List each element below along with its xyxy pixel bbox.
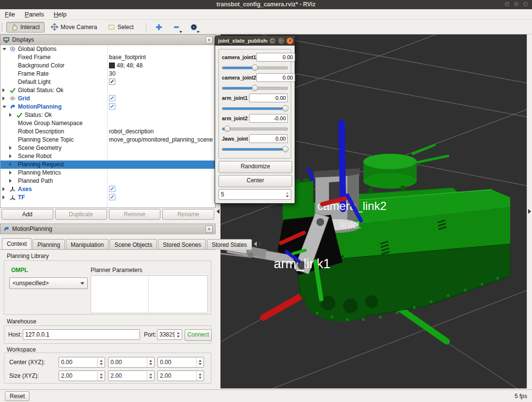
tab-stored-scenes[interactable]: Stored Scenes [158,239,206,250]
tree-row-status-ok[interactable]: Status: Ok [0,111,215,119]
tree-row-global-options[interactable]: Global Options [0,45,215,53]
expander-closed-icon[interactable] [9,179,12,183]
workspace-spinbox[interactable]: 0.00 [108,357,155,368]
checkbox-checked[interactable]: ✓ [109,186,115,192]
tree-row-value[interactable]: ✓ [109,186,115,192]
host-input[interactable] [23,329,140,340]
tree-row-fixed-frame[interactable]: Fixed Framebase_footprint [0,53,215,62]
remove-tool-button[interactable] [170,21,183,33]
tree-row-planned-path[interactable]: Planned Path [0,177,215,185]
joint-value-input[interactable] [256,73,295,82]
joint-slider-track[interactable] [222,125,288,132]
expander-closed-icon[interactable] [9,154,12,158]
tab-stored-states[interactable]: Stored States [207,239,252,250]
joint-slider-track[interactable] [222,64,288,71]
close-button[interactable]: × [522,1,529,8]
spin-arrows[interactable] [147,371,154,381]
tree-row-global-status-ok[interactable]: Global Status: Ok [0,86,215,95]
displays-close-button[interactable]: × [205,36,213,44]
workspace-spinbox[interactable]: 2.00 [157,370,204,381]
motionplanning-panel-header[interactable]: MotionPlanning × [0,224,216,234]
tree-row-move-group-namespace[interactable]: Move Group Namespace [0,119,215,128]
tree-row-frame-rate[interactable]: Frame Rate30 [0,70,215,78]
expander-closed-icon[interactable] [9,113,12,117]
jsp-minimize-button[interactable]: – [269,37,276,45]
tree-row-value[interactable]: ✓ [109,95,115,101]
tree-row-value[interactable]: 30 [109,70,115,77]
joint-slider-track[interactable] [222,145,288,152]
planner-combobox[interactable]: <unspecified> [9,277,88,289]
port-spin-arrows[interactable] [174,330,182,339]
slider-handle[interactable] [282,105,288,112]
spin-arrows[interactable] [147,357,154,367]
tree-row-value[interactable]: ✓ [109,194,115,200]
reset-button[interactable]: Reset [5,391,30,401]
tab-manipulation[interactable]: Manipulation [66,239,109,250]
connect-button[interactable]: Connect [185,329,212,341]
tab-planning[interactable]: Planning [32,239,65,250]
tab-context[interactable]: Context [2,238,31,250]
tree-row-scene-robot[interactable]: Scene Robot [0,152,215,161]
tab-scroll-right-icon[interactable] [258,240,264,248]
joint-slider-track[interactable] [222,105,288,112]
expander-closed-icon[interactable] [9,162,12,166]
spin-arrows[interactable] [97,371,105,381]
checkbox-checked[interactable]: ✓ [109,194,115,200]
tree-row-axes[interactable]: Axes✓ [0,185,215,193]
randomize-button[interactable]: Randomize [219,161,292,173]
joint-state-publisher-window[interactable]: joint_state_publisher_gui – □ × camera_j… [215,35,295,204]
tree-row-planning-metrics[interactable]: Planning Metrics [0,169,215,177]
expander-closed-icon[interactable] [9,146,12,150]
expander-open-icon[interactable] [2,48,6,50]
slider-handle[interactable] [224,126,230,132]
right-panel-strip[interactable] [527,34,532,388]
joint-slider-track[interactable] [222,84,288,91]
displays-panel-header[interactable]: Displays × [0,34,216,45]
expander-closed-icon[interactable] [2,195,5,199]
tree-row-scene-geometry[interactable]: Scene Geometry [0,144,215,152]
expander-closed-icon[interactable] [2,187,5,191]
rate-spin-arrows[interactable] [284,190,291,199]
menu-help[interactable]: Help [54,11,67,18]
expander-open-icon[interactable] [2,106,6,108]
joint-value-input[interactable] [249,134,288,143]
tree-row-value[interactable]: base_footprint [109,54,146,61]
menu-panels[interactable]: Panels [25,11,44,18]
spin-arrows[interactable] [196,357,203,367]
jsp-maximize-button[interactable]: □ [278,37,285,45]
minimize-button[interactable]: – [504,1,511,8]
tree-row-value[interactable]: move_group/monitored_planning_scene [109,136,213,143]
expand-right-icon[interactable] [528,209,531,214]
toolbar-grip[interactable] [1,23,4,32]
workspace-spinbox[interactable]: 0.00 [157,357,204,368]
planner-parameters-table[interactable] [91,275,208,313]
checkbox-checked[interactable]: ✓ [109,95,115,101]
tool-move-camera[interactable]: Move Camera [46,21,102,32]
tab-scene-objects[interactable]: Scene Objects [110,239,157,250]
tree-row-grid[interactable]: Grid✓ [0,95,215,103]
checkbox-checked[interactable]: ✓ [109,79,115,85]
slider-handle[interactable] [282,146,288,152]
expander-closed-icon[interactable] [9,171,12,175]
spin-arrows[interactable] [196,371,203,381]
tree-row-robot-description[interactable]: Robot Descriptionrobot_description [0,128,215,136]
expander-closed-icon[interactable] [2,96,5,100]
workspace-spinbox[interactable]: 2.00 [59,370,105,381]
workspace-spinbox[interactable]: 0.00 [59,357,105,368]
rate-spinbox[interactable]: 5 [219,189,291,200]
tree-row-value[interactable]: ✓ [109,79,115,85]
collapse-left-icon[interactable] [217,209,219,214]
joint-value-input[interactable] [256,53,295,62]
port-spinbox[interactable]: 33829 [157,329,182,340]
tree-row-default-light[interactable]: Default Light✓ [0,78,215,86]
tree-row-background-color[interactable]: Background Color48; 48; 48 [0,62,215,70]
slider-handle[interactable] [252,85,258,91]
tool-select[interactable]: Select [103,22,138,32]
tree-row-value[interactable]: ✓ [109,103,115,110]
menu-file[interactable]: File [5,11,15,18]
add-button[interactable]: Add [1,209,53,220]
joint-value-input[interactable] [249,94,288,102]
spin-arrows[interactable] [97,357,105,367]
add-tool-button[interactable] [152,21,166,33]
tree-row-planning-request[interactable]: Planning Request [0,161,215,169]
